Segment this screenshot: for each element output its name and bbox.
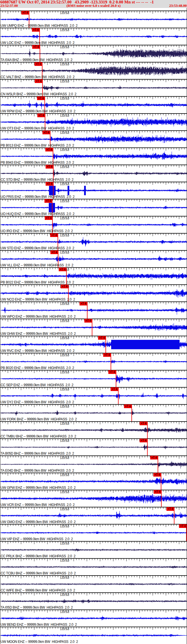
trace-row[interactable]: ×T 423:53UW DY2 EHZ -- 99999.0km BW HIGH… [0,387,187,404]
trace-row[interactable]: ×T 423:53TA B05D BHZ -- 99999.0km BW HIG… [0,438,187,455]
seismogram-trace[interactable] [0,18,187,21]
phase-pick-flag[interactable]: ×T 4 [166,507,174,511]
phase-pick-flag[interactable]: ×T 4 [32,45,40,49]
trace-row[interactable]: ×T 423:53UW FORK BHZ -- 99999.0km BW HIG… [0,404,187,421]
trace-row[interactable]: ×T 423:53UW STD EHZ -- 99999.0km BW HIGH… [0,233,187,250]
seismogram-trace[interactable] [0,100,187,109]
trace-row[interactable]: ×T 423:53PB B943 EHZ -- 99999.0km BW HIG… [0,147,187,165]
phase-pick-flag[interactable]: ×T 4 [32,28,40,32]
seismogram-trace[interactable] [0,223,187,229]
seismogram-trace[interactable] [0,511,187,520]
trace-row[interactable]: ×T 423:53CC VALT BHZ -- 99999.0km BW HIG… [0,62,187,79]
trace-row[interactable]: 23:53UW MOON EHZ -- 99999.0km BW HIGHPAS… [0,627,187,644]
trace-row[interactable]: ×T 423:53UO FRIS EHZ -- 99999.0km BW HIG… [0,182,187,199]
trace-row[interactable]: ×T 423:53UW WPO EHZ -- 99999.0km BW HIGH… [0,301,187,319]
trace-row[interactable]: ×T 423:53TA E04D BHZ -- 99999.0km BW HIG… [0,455,187,473]
seismogram-trace[interactable] [0,634,187,637]
trace-row[interactable]: ×T 423:53UW NCO EHZ -- 99999.0km BW HIGH… [0,284,187,301]
trace-row[interactable]: ×T 423:53UW GHW EHZ -- 99999.0km BW HIGH… [0,319,187,336]
seismogram-trace[interactable] [0,237,187,247]
phase-pick-flag[interactable]: ×T 4 [37,96,45,100]
phase-pick-flag[interactable]: ×T 4 [124,404,132,408]
phase-pick-flag[interactable]: ×T 4 [37,114,45,117]
seismogram-trace[interactable] [0,531,187,534]
phase-pick-flag[interactable]: ×T 4 [179,524,187,528]
trace-row[interactable]: ×T 423:53CN WSLR BHZ -- 99999.0km BW HIG… [0,79,187,96]
phase-pick-flag[interactable]: ×T 4 [34,62,42,66]
trace-row[interactable]: ×T 423:53TA I04A BHZ -- 99999.0km BW HIG… [0,45,187,62]
phase-pick-flag[interactable]: ×T 4 [35,79,42,83]
phase-pick-flag[interactable]: ×T 4 [140,439,147,442]
trace-row[interactable]: 23:53CC PRLK BHZ -- 99999.0km BW HIGHPAS… [0,541,187,558]
seismogram-trace[interactable] [0,135,187,143]
seismogram-trace[interactable] [0,289,187,298]
phase-pick-flag[interactable]: ×T 4 [50,233,58,237]
seismogram-trace[interactable] [0,477,187,485]
seismogram-trace[interactable] [0,307,187,315]
phase-pick-flag[interactable]: ×T 4 [46,165,53,169]
trace-row[interactable]: 23:53CC TCBU BHZ -- 99999.0km BW HIGHPAS… [0,558,187,575]
trace-row[interactable]: ×T 423:53UW UMPQ EHZ -- 99999.0km BW HIG… [0,11,187,28]
trace-row[interactable]: ×T 423:53PB B022 EHZ -- 99999.0km BW HIG… [0,267,187,284]
phase-pick-flag[interactable]: ×T 4 [150,456,158,459]
phase-pick-flag[interactable]: ×T 4 [46,182,53,186]
trace-row[interactable]: ×T 423:53CC TMBU BHZ -- 99999.0km BW HIG… [0,421,187,438]
trace-row[interactable]: ×T 423:53UO HUQ EHZ -- 99999.0km BW HIGH… [0,199,187,216]
seismogram-trace[interactable] [0,583,187,586]
phase-pick-flag[interactable]: ×T 4 [98,336,106,340]
phase-pick-flag[interactable]: ×T 4 [61,285,68,288]
seismogram-trace[interactable] [0,548,187,552]
seismogram-trace[interactable] [0,461,187,468]
phase-pick-flag[interactable]: ×T 4 [108,370,116,374]
trace-row[interactable]: ×T 423:53UW LOC EHZ -- 99999.0km BW HIGH… [0,28,187,45]
phase-pick-flag[interactable]: ×T 4 [45,216,52,220]
trace-row[interactable]: ×T 423:53UW RVC EHZ -- 99999.0km BW HIGH… [0,336,187,353]
seismogram-trace[interactable] [0,189,187,194]
trace-row[interactable]: ×T 423:53CC SEP EHZ -- 99999.0km BW HIGH… [0,370,187,387]
trace-row[interactable]: ×T 423:53UW RPW EHZ -- 99999.0km BW HIGH… [0,96,187,113]
trace-row[interactable]: ×T 423:53UO IRO EHZ -- 99999.0km BW HIGH… [0,216,187,233]
seismogram-trace[interactable] [0,152,187,160]
seismogram-trace[interactable] [0,85,187,91]
trace-row[interactable]: 23:53CC WIFE BHZ -- 99999.0km BW HIGHPAS… [0,575,187,592]
phase-pick-flag[interactable]: ×T 4 [111,387,118,391]
seismogram-trace[interactable] [0,256,187,262]
seismogram-trace[interactable] [0,206,187,210]
trace-row[interactable]: ×T 423:53UW VIP EHZ -- 99999.0km BW HIGH… [0,524,187,541]
phase-pick-flag[interactable]: ×T 4 [84,319,92,323]
phase-pick-flag[interactable]: ×T 4 [59,268,66,271]
trace-row[interactable]: ×T 423:53UW GMO EHZ -- 99999.0km BW HIGH… [0,507,187,524]
trace-row[interactable]: ×T 423:53UW OT3 EHZ -- 99999.0km BW HIGH… [0,113,187,130]
seismogram-trace[interactable] [0,375,187,384]
phase-pick-flag[interactable]: ×T 4 [103,353,111,357]
phase-pick-flag[interactable]: ×T 4 [80,302,87,305]
seismogram-trace[interactable] [0,566,187,568]
trace-row[interactable]: ×T 423:53UW VCR EHZ -- 99999.0km BW HIGH… [0,490,187,507]
seismogram-trace[interactable] [0,444,187,450]
seismogram-trace[interactable] [0,409,187,416]
seismogram-trace[interactable] [0,599,187,604]
seismogram-trace[interactable] [0,34,187,39]
trace-row[interactable]: ×T 423:53PB B013 EHZ -- 99999.0km BW HIG… [0,130,187,147]
trace-row[interactable]: ×T 423:53CC STD BHZ -- 99999.0km BW HIGH… [0,165,187,182]
phase-pick-flag[interactable]: ×T 4 [45,148,53,151]
seismogram-trace[interactable] [0,494,187,503]
seismogram-trace[interactable] [0,273,187,280]
seismogram-trace[interactable] [0,616,187,621]
seismogram-trace[interactable] [0,323,187,331]
trace-row[interactable]: 23:53TA I05D BHZ -- 99999.0km BW HIGHPAS… [0,592,187,609]
phase-pick-flag[interactable]: ×T 4 [42,131,50,134]
seismogram-trace[interactable] [0,393,187,400]
seismogram-trace[interactable] [0,360,187,363]
phase-pick-flag[interactable]: ×T 4 [154,490,161,494]
phase-pick-flag[interactable]: ×T 4 [21,11,29,15]
trace-row[interactable]: ×T 423:53UW VLL EHZ -- 99999.0km BW HIGH… [0,250,187,267]
seismogram-trace[interactable] [0,427,187,433]
trace-row[interactable]: 23:53UW BEND EHZ -- 99999.0km BW HIGHPAS… [0,609,187,627]
phase-pick-flag[interactable]: ×T 4 [50,250,58,254]
trace-row[interactable]: ×T 423:53UW GPW EHZ -- 99999.0km BW HIGH… [0,473,187,490]
seismogram-trace[interactable] [0,118,187,127]
phase-pick-flag[interactable]: ×T 4 [44,199,52,203]
seismogram-trace[interactable] [0,49,187,58]
trace-row[interactable]: ×T 423:53PB B020 EHZ -- 99999.0km BW HIG… [0,353,187,370]
